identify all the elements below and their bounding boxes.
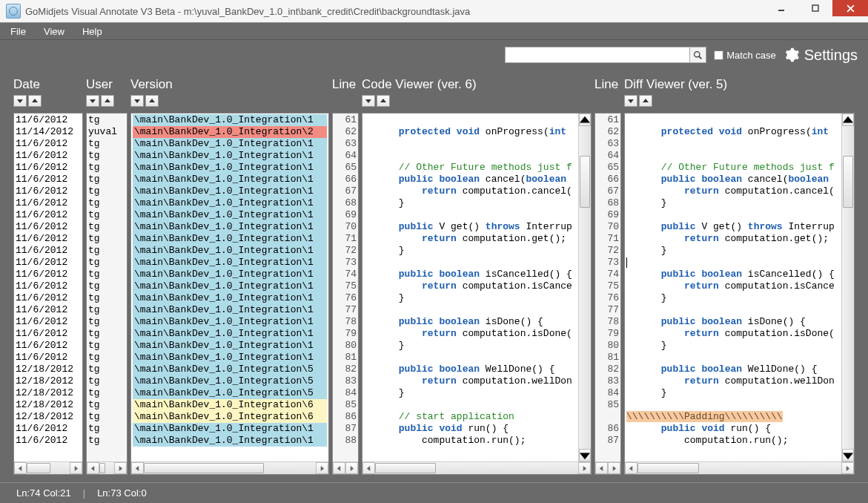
line-code-content[interactable]: 61 62 63 64 65 66 67 68 69 70 71 72 73 7… [333,114,358,461]
code-line[interactable]: } [364,197,578,209]
version-content[interactable]: \main\BankDev_1.0_Integration\1\main\Ban… [131,114,328,461]
version-row[interactable]: \main\BankDev_1.0_Integration\1 [133,114,327,126]
menu-view[interactable]: View [44,26,64,37]
diff-line[interactable] [626,138,841,150]
diff-line[interactable]: return computation.wellDon [626,375,841,387]
user-hscroll[interactable] [87,461,127,474]
code-line[interactable]: return computation.cancel( [364,185,578,197]
diff-line[interactable]: // Other Future methods just f [626,162,841,174]
version-row[interactable]: \main\BankDev_1.0_Integration\1 [133,221,327,233]
version-row[interactable]: \main\BankDev_1.0_Integration\5 [133,387,327,399]
code-line[interactable] [364,138,578,150]
code-line[interactable]: return computation.isDone( [364,328,578,340]
code-vscroll[interactable] [578,114,591,461]
diff-hscroll[interactable] [625,461,854,474]
diff-line[interactable]: public boolean WellDone() { [626,364,841,375]
version-row[interactable]: \main\BankDev_1.0_Integration\1 [133,150,327,162]
version-row[interactable]: \main\BankDev_1.0_Integration\2 [133,126,327,138]
diff-line[interactable] [626,209,841,221]
diff-line[interactable]: return computation.cancel( [626,185,841,197]
match-case-option[interactable]: Match case [714,50,775,61]
code-line[interactable]: } [364,340,578,352]
code-line[interactable]: public boolean WellDone() { [364,364,578,375]
diff-line[interactable]: protected void onProgress(int [626,126,841,138]
diff-line[interactable] [626,352,841,364]
version-row[interactable]: \main\BankDev_1.0_Integration\1 [133,162,327,174]
code-line[interactable] [364,304,578,316]
date-hscroll[interactable] [14,461,82,474]
diff-line[interactable]: public boolean isDone() { [626,316,841,328]
code-sort-up[interactable] [377,95,390,107]
diff-line[interactable]: } [626,387,841,399]
version-row[interactable]: \main\BankDev_1.0_Integration\1 [133,245,327,257]
version-row[interactable]: \main\BankDev_1.0_Integration\1 [133,435,327,447]
code-line[interactable]: return computation.get(); [364,233,578,245]
scroll-left-icon[interactable] [362,462,375,474]
diff-line[interactable]: } [626,197,841,209]
code-line[interactable]: return computation.isCance [364,280,578,292]
user-sort-up[interactable] [101,95,114,107]
scroll-left-icon[interactable] [333,462,345,474]
scroll-left-icon[interactable] [14,462,27,474]
diff-line[interactable]: public boolean isCancelled() { [626,269,841,280]
version-row[interactable]: \main\BankDev_1.0_Integration\6 [133,399,327,411]
diff-sort-down[interactable] [624,95,637,107]
diff-line[interactable]: public void run() { [626,423,841,435]
diff-sort-up[interactable] [639,95,652,107]
diff-content[interactable]: protected void onProgress(int // Other F… [625,114,854,461]
version-row[interactable]: \main\BankDev_1.0_Integration\1 [133,352,327,364]
scroll-left-icon[interactable] [131,462,144,474]
version-hscroll[interactable] [131,461,328,474]
diff-line[interactable]: return computation.get(); [626,233,841,245]
version-row[interactable]: \main\BankDev_1.0_Integration\1 [133,316,327,328]
code-line[interactable]: public boolean cancel(boolean [364,174,578,185]
code-line[interactable] [364,352,578,364]
diff-line[interactable]: } [626,340,841,352]
code-line[interactable] [364,114,578,126]
diff-line[interactable] [626,257,841,269]
version-row[interactable]: \main\BankDev_1.0_Integration\1 [133,257,327,269]
scroll-left-icon[interactable] [625,462,637,474]
scroll-up-icon[interactable] [579,114,591,126]
scroll-down-icon[interactable] [842,449,854,461]
settings-button[interactable]: Settings [783,47,858,64]
scroll-right-icon[interactable] [316,462,328,474]
code-sort-down[interactable] [362,95,375,107]
line1-hscroll[interactable] [333,461,358,474]
code-line[interactable]: // start application [364,411,578,423]
version-row[interactable]: \main\BankDev_1.0_Integration\1 [133,233,327,245]
code-line[interactable]: } [364,387,578,399]
line-diff-content[interactable]: 61 62 63 64 65 66 67 68 69 70 71 72 73 7… [595,114,620,461]
diff-line[interactable] [626,304,841,316]
scroll-right-icon[interactable] [608,462,620,474]
diff-line[interactable]: } [626,245,841,257]
diff-line[interactable] [626,114,841,126]
scroll-right-icon[interactable] [114,462,127,474]
version-row[interactable]: \main\BankDev_1.0_Integration\1 [133,138,327,150]
user-content[interactable]: tg yuval tg tg tg tg tg tg tg tg tg tg t… [87,114,127,461]
diff-line[interactable]: } [626,292,841,304]
code-line[interactable]: public V get() throws Interrup [364,221,578,233]
diff-line[interactable]: public V get() throws Interrup [626,221,841,233]
version-row[interactable]: \main\BankDev_1.0_Integration\1 [133,328,327,340]
date-content[interactable]: 11/6/2012 11/14/2012 11/6/2012 11/6/2012… [14,114,82,461]
maximize-button[interactable] [798,0,832,16]
version-row[interactable]: \main\BankDev_1.0_Integration\1 [133,423,327,435]
scroll-left-icon[interactable] [87,462,99,474]
version-row[interactable]: \main\BankDev_1.0_Integration\1 [133,269,327,280]
line2-hscroll[interactable] [595,461,620,474]
version-row[interactable]: \main\BankDev_1.0_Integration\6 [133,411,327,423]
diff-line[interactable]: return computation.isDone( [626,328,841,340]
code-line[interactable]: protected void onProgress(int [364,126,578,138]
code-line[interactable]: computation.run(); [364,435,578,447]
code-line[interactable]: public void run() { [364,423,578,435]
match-case-checkbox[interactable] [714,50,723,60]
diff-line[interactable]: \\\\\\\\\\Padding\\\\\\\\\\ [626,411,841,423]
version-row[interactable]: \main\BankDev_1.0_Integration\1 [133,185,327,197]
code-line[interactable]: public boolean isDone() { [364,316,578,328]
code-line[interactable] [364,209,578,221]
code-line[interactable] [364,399,578,411]
diff-line[interactable] [626,399,841,411]
diff-line[interactable]: computation.run(); [626,435,841,447]
user-sort-down[interactable] [86,95,99,107]
